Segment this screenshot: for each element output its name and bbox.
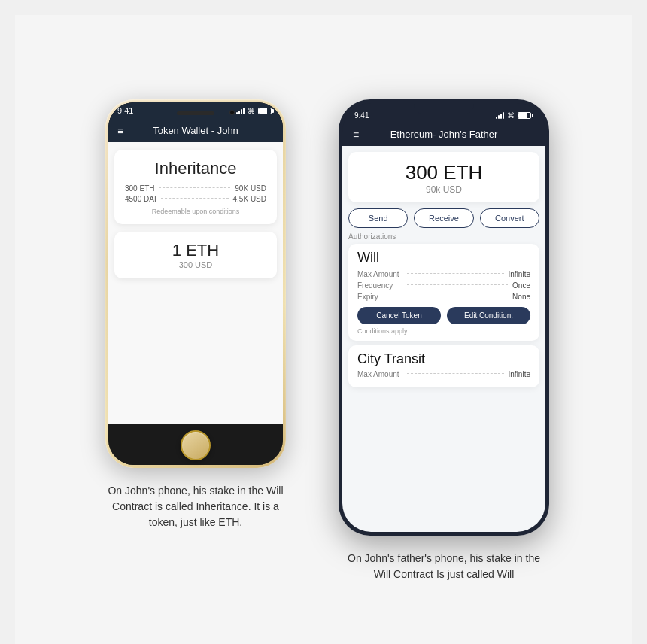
will-max-value: Infinite — [509, 270, 530, 278]
phone2-wrapper: 9:41 ⌘ — [339, 99, 549, 582]
action-buttons: Send Receive Convert — [348, 208, 539, 228]
inheritance-row1: 300 ETH 90K USD — [125, 184, 266, 193]
phone1-device: 9:41 ⌘ — [105, 99, 286, 468]
will-freq-label: Frequency — [357, 281, 402, 290]
city-transit-section: City Transit Max Amount Infinite — [348, 345, 539, 387]
navbar1: ≡ Token Wallet - John — [108, 119, 283, 142]
city-max-row: Max Amount Infinite — [357, 370, 530, 378]
phone1-content: Inheritance 300 ETH 90K USD 4500 DAI 4. — [108, 142, 283, 424]
phone1-wrapper: 9:41 ⌘ — [98, 99, 293, 530]
caption1-text: On John's phone, his stake in the Will C… — [108, 485, 283, 528]
inheritance-note: Redeemable upon conditions — [125, 208, 266, 215]
cancel-token-button[interactable]: Cancel Token — [357, 307, 441, 324]
eth-usd: 300 USD — [125, 260, 266, 269]
balance-usd: 90k USD — [360, 184, 527, 195]
phone1-caption: On John's phone, his stake in the Will C… — [98, 483, 293, 530]
receive-button[interactable]: Receive — [414, 208, 473, 228]
row2-left: 4500 DAI — [125, 195, 156, 203]
will-max-amount-row: Max Amount Infinite — [357, 270, 530, 278]
wifi-icon2: ⌘ — [507, 111, 515, 120]
menu-icon1[interactable]: ≡ — [117, 125, 123, 137]
battery-icon2 — [518, 112, 533, 119]
caption2-text: On John's father's phone, his stake in t… — [348, 552, 540, 580]
city-max-value: Infinite — [509, 370, 530, 378]
convert-button[interactable]: Convert — [480, 208, 539, 228]
inheritance-card: Inheritance 300 ETH 90K USD 4500 DAI 4. — [114, 150, 277, 224]
navbar1-title: Token Wallet - John — [153, 125, 238, 136]
dotted-line2 — [161, 198, 229, 199]
will-dotted1 — [407, 273, 504, 274]
time1: 9:41 — [117, 106, 133, 115]
send-button[interactable]: Send — [348, 208, 408, 228]
row1-right: 90K USD — [235, 184, 266, 193]
inheritance-row2: 4500 DAI 4.5K USD — [125, 195, 266, 203]
city-transit-title: City Transit — [357, 351, 530, 367]
phone1-screen: 9:41 ⌘ — [108, 102, 283, 424]
phone2-caption: On John's father's phone, his stake in t… — [346, 551, 542, 582]
will-dotted3 — [407, 296, 508, 296]
phone2-device: 9:41 ⌘ — [339, 99, 549, 536]
balance-eth: 300 ETH — [360, 161, 527, 184]
main-scene: 9:41 ⌘ — [15, 15, 632, 644]
phones-container: 9:41 ⌘ — [98, 99, 549, 582]
signal-icon — [236, 107, 245, 114]
dotted-line1 — [159, 187, 230, 188]
phone1-inner: 9:41 ⌘ — [108, 102, 283, 465]
inheritance-title: Inheritance — [125, 159, 266, 178]
phone2-notch — [414, 99, 474, 114]
will-dotted2 — [407, 284, 508, 285]
wifi-icon: ⌘ — [248, 107, 255, 115]
row1-left: 300 ETH — [125, 184, 154, 193]
menu-icon2[interactable]: ≡ — [353, 129, 359, 141]
statusbar1-icons: ⌘ — [236, 107, 274, 115]
time2: 9:41 — [354, 111, 369, 120]
eth-amount: 1 ETH — [125, 241, 266, 260]
phone2-screen: 300 ETH 90k USD Send Receive Convert Aut… — [342, 146, 545, 532]
signal-icon2 — [496, 111, 504, 119]
authorizations-label: Authorizations — [342, 232, 545, 244]
will-expiry-value: None — [512, 293, 530, 301]
will-expiry-row: Expiry None — [357, 293, 530, 301]
city-max-label: Max Amount — [357, 370, 402, 378]
navbar2: ≡ Ethereum- John's Father — [342, 124, 545, 146]
will-frequency-row: Frequency Once — [357, 281, 530, 290]
statusbar1: 9:41 ⌘ — [108, 102, 283, 119]
eth-card: 1 ETH 300 USD — [114, 232, 277, 278]
will-section: Will Max Amount Infinite Frequency Once — [348, 244, 539, 341]
statusbar2-icons: ⌘ — [496, 111, 533, 120]
row2-right: 4.5K USD — [233, 195, 266, 203]
will-title: Will — [357, 250, 530, 266]
phone2-inner: 9:41 ⌘ — [342, 103, 545, 532]
will-expiry-label: Expiry — [357, 293, 402, 301]
edit-condition-button[interactable]: Edit Condition: — [447, 307, 530, 324]
phone1-camera — [229, 110, 235, 115]
will-max-label: Max Amount — [357, 270, 402, 278]
will-auth-buttons: Cancel Token Edit Condition: — [357, 307, 530, 324]
phone1-speaker — [177, 111, 214, 115]
city-dotted — [407, 373, 504, 374]
conditions-note: Conditions apply — [357, 327, 530, 335]
will-freq-value: Once — [512, 281, 530, 290]
balance-card: 300 ETH 90k USD — [348, 152, 539, 202]
home-button[interactable] — [181, 430, 211, 460]
navbar2-title: Ethereum- John's Father — [390, 129, 498, 140]
battery-icon — [258, 108, 274, 114]
